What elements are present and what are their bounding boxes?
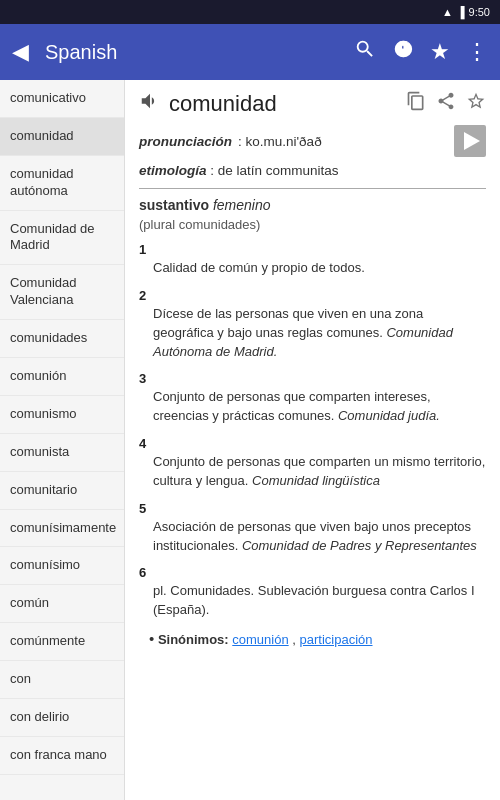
word-action-icons [406, 91, 486, 116]
back-button[interactable]: ◀ [12, 39, 29, 65]
def-number-1: 1 [139, 242, 486, 257]
definition-5: 5 Asociación de personas que viven bajo … [139, 501, 486, 556]
word-title: comunidad [169, 91, 398, 117]
status-bar: ▲ ▐ 9:50 [0, 0, 500, 24]
def-text-4: Conjunto de personas que comparten un mi… [139, 453, 486, 491]
sidebar-item-comunisimamente[interactable]: comunísimamente [0, 510, 124, 548]
definition-1: 1 Calidad de común y propio de todos. [139, 242, 486, 278]
volume-icon[interactable] [139, 90, 161, 117]
def-number-6: 6 [139, 565, 486, 580]
more-icon[interactable]: ⋮ [466, 39, 488, 65]
wifi-icon: ▲ [442, 6, 453, 18]
sidebar-item-comunismo[interactable]: comunismo [0, 396, 124, 434]
history-icon[interactable] [392, 38, 414, 66]
synonym-separator: , [292, 632, 299, 647]
def-text-3: Conjunto de personas que comparten inter… [139, 388, 486, 426]
pronunciation-value: : ko.mu.ni'ðað [238, 134, 322, 149]
copy-icon[interactable] [406, 91, 426, 116]
etymology-value: : de latín communitas [210, 163, 338, 178]
section-divider [139, 188, 486, 189]
definition-2: 2 Dícese de las personas que viven en un… [139, 288, 486, 362]
synonyms-label: Sinónimos: [158, 632, 232, 647]
synonyms-section: • Sinónimos: comunión , participación [139, 630, 486, 647]
battery-icon: ▐ [457, 6, 465, 18]
sidebar-item-comunidad-valenciana[interactable]: Comunidad Valenciana [0, 265, 124, 320]
sidebar-item-comunion[interactable]: comunión [0, 358, 124, 396]
pronunciation-section: pronunciación : ko.mu.ni'ðað [139, 125, 486, 157]
play-button[interactable] [454, 125, 486, 157]
sidebar-item-con-franca-mano[interactable]: con franca mano [0, 737, 124, 775]
definition-6: 6 pl. Comunidades. Sublevación burguesa … [139, 565, 486, 620]
main-content: comunicativo comunidad comunidad autónom… [0, 80, 500, 800]
etymology-label: etimología [139, 163, 207, 178]
sidebar-item-comunidad[interactable]: comunidad [0, 118, 124, 156]
pronunciation-label: pronunciación [139, 134, 232, 149]
definition-3: 3 Conjunto de personas que comparten int… [139, 371, 486, 426]
definition-4: 4 Conjunto de personas que comparten un … [139, 436, 486, 491]
sidebar-item-comunmente[interactable]: comúnmente [0, 623, 124, 661]
sidebar-item-comunidad-madrid[interactable]: Comunidad de Madrid [0, 211, 124, 266]
time-display: 9:50 [469, 6, 490, 18]
synonym-participacion[interactable]: participación [300, 632, 373, 647]
share-icon[interactable] [436, 91, 456, 116]
sidebar-item-comunisimo[interactable]: comunísimo [0, 547, 124, 585]
star-outline-icon[interactable] [466, 91, 486, 116]
pos-label: sustantivo [139, 197, 209, 213]
sidebar-item-con[interactable]: con [0, 661, 124, 699]
search-icon[interactable] [354, 38, 376, 66]
sidebar-item-comunista[interactable]: comunista [0, 434, 124, 472]
pos-gender: femenino [213, 197, 271, 213]
status-icons: ▲ ▐ 9:50 [442, 6, 490, 18]
favorite-icon[interactable]: ★ [430, 39, 450, 65]
sidebar-item-comunidad-autonoma[interactable]: comunidad autónoma [0, 156, 124, 211]
pos-section: sustantivo femenino [139, 197, 486, 213]
sidebar-item-comunicativo[interactable]: comunicativo [0, 80, 124, 118]
def-text-6: pl. Comunidades. Sublevación burguesa co… [139, 582, 486, 620]
play-triangle-icon [464, 132, 480, 150]
def-text-5: Asociación de personas que viven bajo un… [139, 518, 486, 556]
dictionary-content: comunidad pronunciación : ko.mu.ni'ðað [125, 80, 500, 800]
def-number-3: 3 [139, 371, 486, 386]
def-number-2: 2 [139, 288, 486, 303]
sidebar-item-con-delirio[interactable]: con delirio [0, 699, 124, 737]
sidebar: comunicativo comunidad comunidad autónom… [0, 80, 125, 800]
sidebar-item-comun[interactable]: común [0, 585, 124, 623]
def-text-1: Calidad de común y propio de todos. [139, 259, 486, 278]
app-title: Spanish [45, 41, 338, 64]
etymology-section: etimología : de latín communitas [139, 163, 486, 178]
sidebar-item-comunitario[interactable]: comunitario [0, 472, 124, 510]
word-header: comunidad [139, 90, 486, 117]
synonym-comunion[interactable]: comunión [232, 632, 288, 647]
sidebar-item-comunidades[interactable]: comunidades [0, 320, 124, 358]
top-bar: ◀ Spanish ★ ⋮ [0, 24, 500, 80]
plural-note: (plural comunidades) [139, 217, 486, 232]
def-number-4: 4 [139, 436, 486, 451]
def-number-5: 5 [139, 501, 486, 516]
def-text-2: Dícese de las personas que viven en una … [139, 305, 486, 362]
